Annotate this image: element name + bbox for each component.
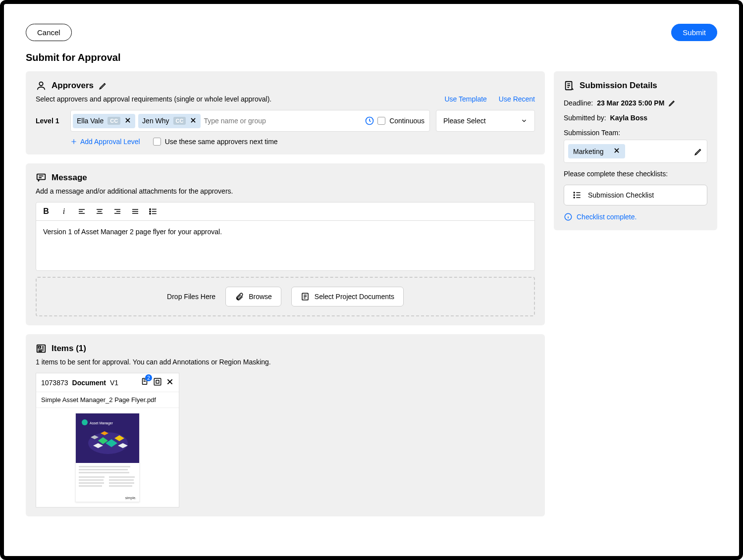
cancel-button[interactable]: Cancel: [26, 24, 72, 41]
items-panel: Items (1) 1 items to be sent for approva…: [26, 334, 545, 516]
checklist-prompt: Please complete these checklists:: [564, 170, 668, 178]
item-type: Document: [72, 379, 106, 387]
select-placeholder: Please Select: [443, 117, 486, 125]
submit-button[interactable]: Submit: [671, 24, 717, 41]
use-template-link[interactable]: Use Template: [445, 95, 487, 103]
align-left-button[interactable]: [77, 206, 87, 216]
browse-button[interactable]: Browse: [225, 287, 281, 306]
item-version: V1: [110, 379, 118, 387]
edit-deadline-icon[interactable]: [668, 99, 676, 107]
same-approvers-checkbox[interactable]: [153, 138, 161, 146]
use-recent-link[interactable]: Use Recent: [499, 95, 535, 103]
submitted-by-label: Submitted by:: [564, 114, 606, 122]
align-right-button[interactable]: [112, 206, 122, 216]
thumb-footer: simple.: [76, 496, 139, 502]
approvers-panel: Approvers Select approvers and approval …: [26, 71, 545, 154]
approver-input[interactable]: [204, 117, 362, 125]
approver-chip: Ella Vale CC: [73, 114, 135, 128]
svg-rect-8: [39, 346, 41, 348]
bullet-list-button[interactable]: [148, 206, 158, 216]
annotations-button[interactable]: 2: [140, 377, 149, 388]
message-subtitle: Add a message and/or additional attachme…: [36, 187, 535, 195]
edit-team-icon[interactable]: [694, 147, 703, 156]
approvers-subtitle: Select approvers and approval requiremen…: [36, 95, 271, 103]
submission-checklist-button[interactable]: Submission Checklist: [564, 185, 707, 205]
editor-toolbar: B i: [36, 203, 534, 221]
page-title: Submit for Approval: [26, 52, 717, 63]
bold-button[interactable]: B: [41, 206, 51, 216]
svg-point-24: [574, 192, 575, 193]
message-title: Message: [52, 173, 87, 183]
continuous-label: Continuous: [389, 117, 425, 125]
annotations-count-badge: 2: [145, 374, 152, 381]
info-icon: [564, 212, 573, 221]
svg-point-5: [150, 213, 151, 214]
svg-point-25: [574, 195, 575, 196]
italic-button[interactable]: i: [59, 206, 69, 216]
cc-badge[interactable]: CC: [107, 117, 120, 125]
approval-type-select[interactable]: Please Select: [436, 110, 535, 132]
message-icon: [36, 172, 47, 183]
svg-rect-10: [154, 378, 161, 385]
team-chip-name: Marketing: [573, 148, 603, 155]
remove-chip-icon[interactable]: [124, 117, 131, 125]
item-thumbnail[interactable]: Asset Manager: [36, 408, 179, 507]
items-subtitle: 1 items to be sent for approval. You can…: [36, 358, 535, 366]
level-label: Level 1: [36, 117, 64, 125]
details-icon: [564, 80, 575, 91]
items-title: Items (1): [52, 344, 86, 354]
add-approval-level-button[interactable]: Add Approval Level: [70, 138, 140, 146]
svg-point-4: [150, 211, 151, 212]
align-center-button[interactable]: [95, 206, 105, 216]
continuous-checkbox[interactable]: [377, 117, 385, 125]
item-filename: Simple Asset Manager_2 Page Flyer.pdf: [36, 392, 179, 408]
align-justify-button[interactable]: [130, 206, 140, 216]
file-dropzone[interactable]: Drop Files Here Browse Select Project Do…: [36, 277, 535, 316]
message-panel: Message Add a message and/or additional …: [26, 163, 545, 325]
cc-badge[interactable]: CC: [173, 117, 186, 125]
remove-team-icon[interactable]: [613, 147, 620, 155]
deadline-value: 23 Mar 2023 5:00 PM: [597, 99, 664, 107]
sidebar-title: Submission Details: [580, 81, 657, 91]
team-chip: Marketing: [568, 144, 625, 158]
item-id: 1073873: [41, 379, 68, 387]
approver-chip: Jen Why CC: [138, 114, 201, 128]
submission-details-panel: Submission Details Deadline: 23 Mar 2023…: [554, 71, 717, 230]
items-icon: [36, 343, 47, 354]
svg-rect-2: [37, 174, 46, 180]
svg-text:Asset Manager: Asset Manager: [90, 421, 113, 425]
clock-icon[interactable]: [365, 116, 374, 126]
person-icon: [36, 80, 47, 91]
svg-point-3: [150, 208, 151, 209]
team-label: Submission Team:: [564, 129, 620, 137]
svg-rect-11: [156, 380, 159, 383]
team-input-box[interactable]: Marketing: [564, 140, 707, 163]
chevron-down-icon: [521, 117, 528, 124]
same-approvers-label: Use these same approvers next time: [165, 138, 278, 146]
approver-input-box[interactable]: Ella Vale CC Jen Why CC: [70, 110, 430, 132]
message-textarea[interactable]: Version 1 of Asset Manager 2 page flyer …: [36, 221, 534, 270]
svg-point-0: [39, 82, 43, 86]
select-project-docs-button[interactable]: Select Project Documents: [291, 287, 404, 306]
masking-button[interactable]: [153, 377, 162, 388]
remove-item-button[interactable]: [166, 378, 174, 387]
svg-point-26: [574, 197, 575, 198]
checklist-complete-status: Checklist complete.: [564, 212, 707, 221]
deadline-label: Deadline:: [564, 99, 593, 107]
remove-chip-icon[interactable]: [190, 117, 197, 125]
approver-chip-name: Ella Vale: [77, 117, 104, 125]
approver-chip-name: Jen Why: [142, 117, 169, 125]
drop-label: Drop Files Here: [167, 293, 215, 301]
svg-point-13: [82, 419, 88, 425]
submitted-by-value: Kayla Boss: [610, 114, 647, 122]
item-card: 1073873 Document V1 2: [36, 373, 179, 508]
edit-approvers-icon[interactable]: [99, 81, 107, 90]
approvers-title: Approvers: [52, 81, 94, 91]
